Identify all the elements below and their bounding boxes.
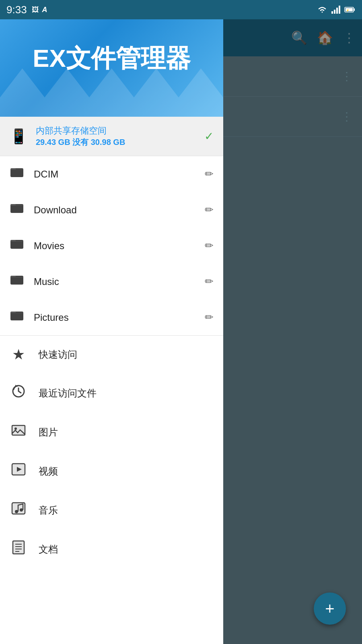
storage-check-icon: ✓: [204, 130, 214, 143]
svg-rect-17: [13, 541, 24, 554]
svg-rect-28: [354, 8, 355, 11]
signal-icon: [331, 6, 340, 14]
menu-item-quickaccess[interactable]: ★ 快速访问: [0, 336, 223, 374]
folder-item-download[interactable]: Download ✏: [0, 192, 223, 228]
folder-item-pictures[interactable]: Pictures ✏: [0, 299, 223, 335]
folder-item-dcim[interactable]: DCIM ✏: [0, 156, 223, 192]
folder-icon-download: [10, 201, 24, 219]
storage-subtitle: 29.43 GB 没有 30.98 GB: [36, 137, 196, 148]
storage-title: 内部共享存储空间: [36, 125, 196, 137]
edit-icon-download[interactable]: ✏: [205, 204, 214, 216]
folder-section: DCIM ✏ Download ✏ Movies ✏ Music ✏: [0, 156, 223, 336]
svg-rect-24: [334, 10, 335, 14]
svg-point-9: [14, 427, 17, 430]
menu-section: ★ 快速访问 最近访问文件: [0, 336, 223, 644]
svg-rect-23: [331, 11, 333, 14]
menu-label-videos: 视频: [39, 465, 58, 478]
menu-label-docs: 文档: [39, 543, 58, 556]
svg-text:⚡: ⚡: [346, 8, 350, 12]
phone-icon: 📱: [10, 128, 28, 145]
menu-label-music: 音乐: [39, 504, 58, 517]
star-icon: ★: [10, 346, 27, 363]
svg-rect-8: [12, 425, 25, 435]
menu-label-recent: 最近访问文件: [39, 387, 97, 400]
status-bar: 9:33 🖼 A ⚡: [0, 0, 362, 19]
menu-item-recent[interactable]: 最近访问文件: [0, 374, 223, 413]
edit-icon-music[interactable]: ✏: [205, 275, 214, 288]
edit-icon-movies[interactable]: ✏: [205, 239, 214, 252]
folder-item-movies[interactable]: Movies ✏: [0, 228, 223, 264]
folder-item-music[interactable]: Music ✏: [0, 264, 223, 299]
folder-name-dcim: DCIM: [34, 169, 195, 180]
fab-add-button[interactable]: +: [314, 592, 346, 625]
folder-icon-dcim: [10, 165, 24, 183]
menu-item-pictures[interactable]: 图片: [0, 413, 223, 452]
menu-item-docs[interactable]: 文档: [0, 530, 223, 569]
battery-icon: ⚡: [344, 6, 356, 13]
video-icon: [10, 462, 27, 480]
folder-icon-music: [10, 272, 24, 291]
drawer-overlay[interactable]: [223, 0, 362, 644]
edit-icon-dcim[interactable]: ✏: [205, 168, 214, 180]
pictures-icon: [10, 423, 27, 441]
history-icon: [10, 384, 27, 402]
menu-item-music[interactable]: 音乐: [0, 491, 223, 530]
folder-name-pictures: Pictures: [34, 312, 195, 323]
navigation-drawer: EX文件管理器 📱 内部共享存储空间 29.43 GB 没有 30.98 GB …: [0, 0, 223, 644]
folder-name-music: Music: [34, 276, 195, 287]
status-time: 9:33: [6, 4, 27, 16]
menu-item-videos[interactable]: 视频: [0, 452, 223, 491]
status-icons-right: ⚡: [317, 6, 356, 14]
svg-rect-25: [336, 8, 338, 14]
folder-icon-movies: [10, 237, 24, 255]
docs-icon: [10, 540, 27, 558]
storage-item[interactable]: 📱 内部共享存储空间 29.43 GB 没有 30.98 GB ✓: [0, 117, 223, 156]
text-icon: A: [42, 6, 47, 14]
gallery-icon: 🖼: [32, 6, 39, 14]
wifi-icon: [317, 6, 327, 14]
storage-text: 内部共享存储空间 29.43 GB 没有 30.98 GB: [36, 125, 196, 148]
music-icon: [10, 501, 27, 519]
app-title: EX文件管理器: [33, 41, 191, 75]
folder-icon-pictures: [10, 308, 24, 326]
status-icons-left: 🖼 A: [32, 6, 47, 14]
folder-name-movies: Movies: [34, 240, 195, 252]
folder-name-download: Download: [34, 204, 195, 216]
edit-icon-pictures[interactable]: ✏: [205, 311, 214, 324]
svg-rect-26: [339, 6, 340, 14]
menu-label-quickaccess: 快速访问: [39, 348, 77, 361]
add-icon: +: [325, 600, 334, 618]
menu-label-pictures: 图片: [39, 426, 58, 439]
